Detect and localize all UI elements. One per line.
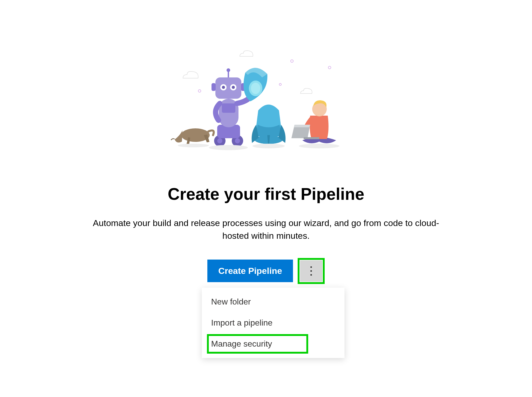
svg-point-18 [227, 68, 230, 72]
svg-point-16 [232, 86, 235, 89]
svg-rect-11 [222, 103, 235, 113]
empty-state-illustration [160, 47, 372, 169]
more-actions-menu: New folder Import a pipeline Manage secu… [202, 288, 345, 358]
menu-item-new-folder[interactable]: New folder [202, 291, 345, 312]
page-heading: Create your first Pipeline [168, 184, 364, 204]
action-button-row: Create Pipeline New folder Import a pipe… [207, 258, 325, 284]
more-button-highlight [298, 258, 325, 284]
svg-point-1 [198, 90, 201, 92]
menu-item-manage-security[interactable]: Manage security [202, 333, 345, 354]
svg-point-6 [217, 138, 222, 143]
svg-point-8 [235, 138, 240, 143]
svg-point-29 [253, 144, 285, 148]
create-pipeline-button[interactable]: Create Pipeline [207, 260, 293, 282]
svg-point-23 [251, 83, 260, 94]
svg-point-3 [328, 66, 331, 69]
svg-point-28 [209, 145, 248, 150]
svg-point-14 [222, 86, 225, 89]
svg-point-2 [279, 83, 281, 85]
svg-rect-12 [215, 77, 241, 99]
svg-point-30 [299, 144, 339, 148]
svg-point-26 [324, 108, 326, 111]
more-actions-button[interactable] [300, 260, 322, 282]
svg-rect-19 [212, 83, 216, 91]
vertical-dots-icon [310, 266, 312, 276]
menu-item-import-pipeline[interactable]: Import a pipeline [202, 312, 345, 333]
svg-point-0 [291, 60, 293, 62]
svg-rect-27 [304, 137, 319, 139]
svg-point-31 [178, 144, 209, 147]
page-description: Automate your build and release processe… [84, 217, 448, 242]
